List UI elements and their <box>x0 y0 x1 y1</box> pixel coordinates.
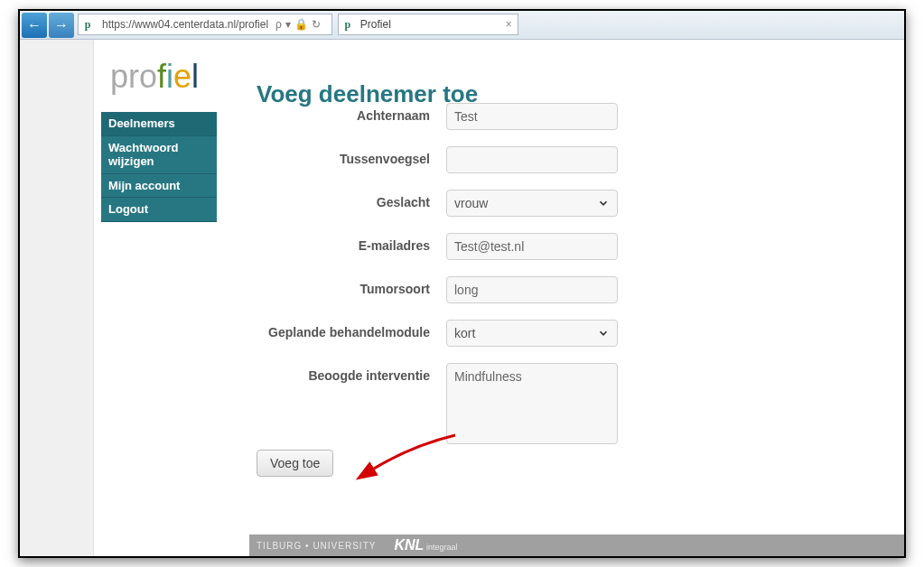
sidebar-item-logout[interactable]: Logout <box>101 198 217 222</box>
sidebar-item-label: Wachtwoord wijzigen <box>108 141 179 169</box>
page: profiel Deelnemers Wachtwoord wijzigen M… <box>20 40 904 556</box>
email-field[interactable] <box>446 233 618 260</box>
arrow-left-icon: ← <box>27 17 42 33</box>
chevron-down-icon <box>597 327 610 339</box>
logo-char: e <box>173 58 191 95</box>
site-favicon: p <box>79 18 97 32</box>
address-text: https://www04.centerdata.nl/profiel/tes <box>97 18 268 31</box>
sidebar-item-mijn-account[interactable]: Mijn account <box>101 174 217 199</box>
behandelmodule-select[interactable]: kort <box>446 320 618 347</box>
logo-char: l <box>191 58 199 95</box>
sidebar-item-label: Logout <box>108 202 148 216</box>
tab-favicon: p <box>339 18 357 32</box>
nav-back-button[interactable]: ← <box>22 13 47 38</box>
label-interventie: Beoogde interventie <box>257 363 446 383</box>
sidebar-item-wachtwoord[interactable]: Wachtwoord wijzigen <box>101 136 217 174</box>
tab-title: Profiel <box>357 18 391 31</box>
refresh-icon: ↻ <box>312 18 324 31</box>
label-behandelmodule: Geplande behandelmodule <box>257 320 446 339</box>
address-bar[interactable]: p https://www04.centerdata.nl/profiel/te… <box>78 14 332 35</box>
tussenvoegsel-field[interactable] <box>446 146 618 173</box>
label-geslacht: Geslacht <box>257 190 446 209</box>
interventie-field[interactable] <box>446 363 618 444</box>
page-footer: TILBURG • UNIVERSITY KNL integraal <box>249 534 904 556</box>
close-icon[interactable]: × <box>506 18 512 31</box>
screenshot-frame: ← → p https://www04.centerdata.nl/profie… <box>18 9 906 558</box>
left-gutter <box>20 40 94 556</box>
select-value: vrouw <box>454 196 488 210</box>
label-tumorsoort: Tumorsoort <box>257 276 446 296</box>
footer-brand: KNL <box>394 537 424 553</box>
sidebar-item-label: Mijn account <box>108 179 180 192</box>
label-achternaam: Achternaam <box>257 103 446 123</box>
footer-sub: integraal <box>426 543 458 552</box>
footer-left: TILBURG • UNIVERSITY <box>257 541 376 551</box>
search-icon: ρ <box>275 18 285 31</box>
lock-icon: 🔒 <box>294 18 312 31</box>
chevron-down-icon <box>597 197 610 209</box>
achternaam-field[interactable] <box>446 103 618 130</box>
logo-char: r <box>128 58 139 95</box>
tumorsoort-field[interactable] <box>446 276 618 303</box>
browser-tab[interactable]: p Profiel × <box>338 14 518 35</box>
browser-chrome: ← → p https://www04.centerdata.nl/profie… <box>20 11 904 40</box>
app-logo: profiel <box>110 58 199 96</box>
add-participant-form: Achternaam Tussenvoegsel Geslacht vrouw <box>257 103 868 464</box>
label-email: E-mailadres <box>257 233 446 253</box>
logo-char: f <box>157 58 166 95</box>
select-value: kort <box>454 326 475 340</box>
arrow-right-icon: → <box>54 17 69 33</box>
logo-char: i <box>166 58 173 95</box>
logo-char: p <box>110 58 128 95</box>
sidebar-item-deelnemers[interactable]: Deelnemers <box>101 112 217 136</box>
submit-label: Voeg toe <box>270 456 320 470</box>
address-icons[interactable]: ρ▾🔒↻ <box>268 18 331 31</box>
logo-char: o <box>139 58 157 95</box>
content-area: profiel Deelnemers Wachtwoord wijzigen M… <box>94 40 904 556</box>
dropdown-icon: ▾ <box>285 18 294 31</box>
sidebar-item-label: Deelnemers <box>108 116 175 130</box>
sidebar: Deelnemers Wachtwoord wijzigen Mijn acco… <box>101 112 217 222</box>
submit-button[interactable]: Voeg toe <box>257 450 333 477</box>
geslacht-select[interactable]: vrouw <box>446 190 618 217</box>
nav-forward-button[interactable]: → <box>49 13 74 38</box>
label-tussenvoegsel: Tussenvoegsel <box>257 146 446 166</box>
